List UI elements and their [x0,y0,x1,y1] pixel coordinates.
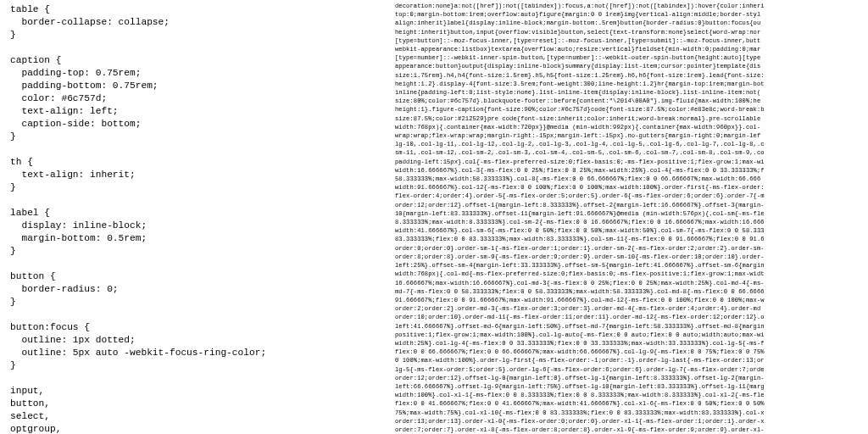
right-code-line: wrap:wrap;flex-wrap:wrap;margin-right:-1… [395,131,863,140]
right-code-line: width:100%}.col-xl-1{-ms-flex:0 0 8.3333… [395,391,863,399]
right-code-line: padding-left:15px}.col{-ms-flex-preferre… [395,158,863,166]
right-code-line: lg-10,.col-lg-11,.col-lg-12,.col-lg-2,.c… [395,140,863,148]
right-code-line: [type=button]::-moz-focus-inner,[type=re… [395,36,863,45]
right-code-line: 58.333333%;max-width:58.333333%}.col-8{-… [395,175,863,183]
right-code-line: 0 100%;max-width:100%}.order-lg-first{-m… [395,356,863,364]
right-code-line: 8.333333%;max-width:8.333333%}.col-sm-2{… [395,218,863,226]
right-code-line: flex:0 0 66.666667%;flex:0 0 66.666667%;… [395,348,863,356]
right-code-line: inline{padding-left:0;list-style:none}.l… [395,88,863,97]
right-code-line: order:12;order:12}.offset-lg-0{margin-le… [395,374,863,382]
right-code-line: size:80%;color:#6c757d}.blockquote-foote… [395,97,863,105]
right-code-line: left:41.666667%}.offset-md-6{margin-left… [395,322,863,331]
right-code-line: size:87.5%;color:#212529}pre code{font-s… [395,114,863,123]
right-code-line: lg-5{-ms-flex-order:5;order:5}.order-lg-… [395,365,863,374]
right-code-line: sm-11,.col-sm-12,.col-sm-2,.col-sm-3,.co… [395,148,863,157]
right-code-line: webkit-appearance:listbox}textarea{overf… [395,45,863,53]
right-code-line: height:inherit}button,input{overflow:vis… [395,28,863,36]
right-code-line: width:91.666667%}.col-12{-ms-flex:0 0 10… [395,183,863,192]
right-code-line: 10{margin-left:83.333333%}.offset-11{mar… [395,209,863,218]
right-code-line: order:12;order:12}.offset-1{margin-left:… [395,201,863,209]
right-code-line: height:1.2}.display-4{font-size:3.5rem;f… [395,80,863,88]
right-code-line: flex-order:4;order:4}.order-5{-ms-flex-o… [395,192,863,200]
right-code-line: width:768px){.container{max-width:720px}… [395,123,863,131]
right-code-line: [type=number]::-webkit-inner-spin-button… [395,53,863,62]
right-code-line: order:13;order:13}.order-xl-0{-ms-flex-o… [395,417,863,426]
right-code-line: order:10;order:10}.order-md-11{-ms-flex-… [395,313,863,321]
right-code-line: 91.666667%;flex:0 0 91.666667%;max-width… [395,296,863,304]
right-code-line: height:1}.figure-caption{font-size:90%;c… [395,105,863,114]
right-code-line: order:0;order:0}.order-sm-1{-ms-flex-ord… [395,244,863,253]
left-column: table { border-collapse: collapse; } cap… [0,0,390,434]
right-code-line: order:8;order:8}.order-sm-9{-ms-flex-ord… [395,253,863,261]
right-code-line: left:66.666667%}.offset-lg-9{margin-left… [395,382,863,391]
right-code-line: align:inherit}label{display:inline-block… [395,19,863,27]
right-code-line: md-7{-ms-flex:0 0 58.333333%;flex:0 0 58… [395,287,863,296]
right-code-line: decoration:none}a:not([href]):not([tabin… [395,2,863,10]
right-code-line: 16.666667%;max-width:16.666667%}.col-md-… [395,279,863,287]
right-code-line: top:0;margin-bottom:1rem;overflow:auto}f… [395,10,863,19]
right-code-line: width:16.666667%}.col-3{-ms-flex:0 0 25%… [395,166,863,175]
right-code-line: appearance:button}output{display:inline-… [395,62,863,70]
right-column: decoration:none}a:not([href]):not([tabin… [390,0,868,434]
right-code-line: order:7;order:7}.order-xl-8{-ms-flex-ord… [395,426,863,434]
left-code-block: table { border-collapse: collapse; } cap… [10,3,383,434]
right-code-line: 83.333333%;flex:0 0 83.333333%;max-width… [395,235,863,243]
right-code-line: positive:1;flex-grow:1;max-width:100%}.c… [395,331,863,339]
code-diff-view: table { border-collapse: collapse; } cap… [0,0,868,434]
right-code-line: width:25%}.col-lg-4{-ms-flex:0 0 33.3333… [395,339,863,348]
right-code-line: width:768px){.col-md{-ms-flex-preferred-… [395,270,863,278]
right-code-line: left:25%}.offset-sm-4{margin-left:33.333… [395,261,863,270]
right-code-line: width:41.666667%}.col-sm-6{-ms-flex:0 0 … [395,226,863,235]
right-code-line: 75%;max-width:75%}.col-xl-10{-ms-flex:0 … [395,409,863,417]
right-code-line: flex:0 0 41.666667%;flex:0 0 41.666667%;… [395,399,863,408]
right-code-line: order:2;order:2}.order-md-3{-ms-flex-ord… [395,304,863,313]
right-code-line: size:1.75rem}.h4,h4{font-size:1.5rem}.h5… [395,71,863,80]
